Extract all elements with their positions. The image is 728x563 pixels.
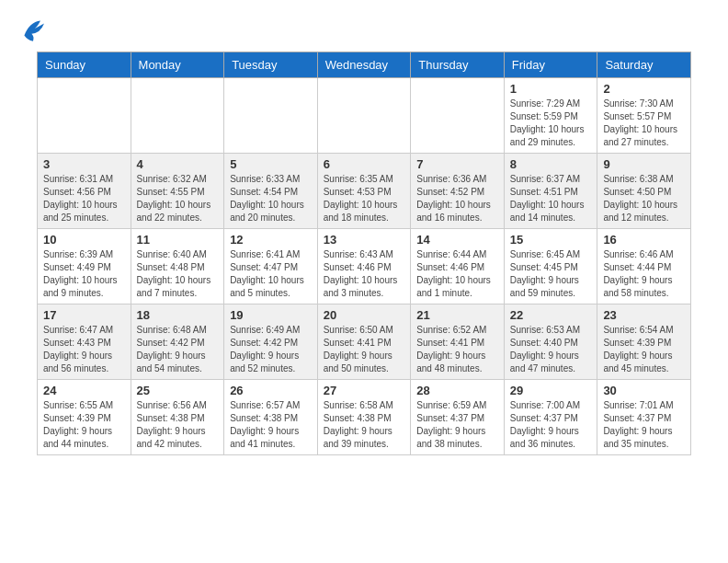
day-number: 5	[230, 157, 312, 171]
calendar-wrapper: Sunday Monday Tuesday Wednesday Thursday…	[0, 52, 728, 474]
calendar-cell: 18Sunrise: 6:48 AM Sunset: 4:42 PM Dayli…	[131, 304, 224, 380]
day-number: 14	[416, 233, 498, 247]
day-info: Sunrise: 6:37 AM Sunset: 4:51 PM Dayligh…	[510, 173, 592, 224]
calendar-cell: 1Sunrise: 7:29 AM Sunset: 5:59 PM Daylig…	[504, 78, 597, 154]
calendar-cell: 3Sunrise: 6:31 AM Sunset: 4:56 PM Daylig…	[38, 154, 131, 229]
calendar-cell: 24Sunrise: 6:55 AM Sunset: 4:39 PM Dayli…	[38, 380, 131, 455]
day-number: 19	[230, 308, 312, 322]
weekday-header-row: Sunday Monday Tuesday Wednesday Thursday…	[38, 52, 691, 78]
day-number: 22	[510, 308, 592, 322]
calendar-cell: 22Sunrise: 6:53 AM Sunset: 4:40 PM Dayli…	[504, 304, 597, 380]
day-number: 4	[137, 157, 219, 171]
day-info: Sunrise: 7:00 AM Sunset: 4:37 PM Dayligh…	[510, 399, 592, 451]
day-number: 18	[137, 308, 219, 322]
header-wednesday: Wednesday	[317, 52, 411, 78]
day-number: 8	[510, 157, 592, 171]
logo-bird-icon	[18, 15, 48, 44]
calendar-week-row: 3Sunrise: 6:31 AM Sunset: 4:56 PM Daylig…	[38, 154, 691, 229]
day-info: Sunrise: 6:33 AM Sunset: 4:54 PM Dayligh…	[230, 173, 312, 224]
day-info: Sunrise: 6:35 AM Sunset: 4:53 PM Dayligh…	[324, 173, 405, 224]
calendar-cell	[317, 78, 411, 154]
day-info: Sunrise: 6:40 AM Sunset: 4:48 PM Dayligh…	[137, 248, 219, 300]
calendar-cell: 27Sunrise: 6:58 AM Sunset: 4:38 PM Dayli…	[317, 380, 411, 455]
calendar-cell: 25Sunrise: 6:56 AM Sunset: 4:38 PM Dayli…	[131, 380, 224, 455]
day-number: 25	[137, 384, 219, 397]
day-info: Sunrise: 6:43 AM Sunset: 4:46 PM Dayligh…	[324, 248, 405, 300]
day-number: 10	[43, 233, 125, 247]
day-number: 12	[230, 233, 312, 247]
day-info: Sunrise: 7:29 AM Sunset: 5:59 PM Dayligh…	[510, 98, 592, 149]
calendar-cell: 11Sunrise: 6:40 AM Sunset: 4:48 PM Dayli…	[131, 229, 224, 304]
day-number: 13	[324, 233, 405, 247]
day-number: 17	[43, 308, 125, 322]
day-info: Sunrise: 6:47 AM Sunset: 4:43 PM Dayligh…	[43, 324, 125, 375]
calendar-cell: 16Sunrise: 6:46 AM Sunset: 4:44 PM Dayli…	[597, 229, 691, 304]
day-number: 27	[324, 384, 405, 397]
day-info: Sunrise: 6:49 AM Sunset: 4:42 PM Dayligh…	[230, 324, 312, 375]
calendar-cell: 30Sunrise: 7:01 AM Sunset: 4:37 PM Dayli…	[597, 380, 691, 455]
calendar-cell	[224, 78, 318, 154]
calendar-cell: 5Sunrise: 6:33 AM Sunset: 4:54 PM Daylig…	[224, 154, 318, 229]
calendar-cell	[411, 78, 505, 154]
day-info: Sunrise: 6:50 AM Sunset: 4:41 PM Dayligh…	[324, 324, 405, 375]
day-info: Sunrise: 6:36 AM Sunset: 4:52 PM Dayligh…	[416, 173, 498, 224]
calendar-cell: 7Sunrise: 6:36 AM Sunset: 4:52 PM Daylig…	[411, 154, 505, 229]
day-info: Sunrise: 6:31 AM Sunset: 4:56 PM Dayligh…	[43, 173, 125, 224]
calendar-cell	[131, 78, 224, 154]
day-number: 1	[510, 82, 592, 96]
day-number: 2	[603, 82, 685, 96]
day-number: 9	[603, 157, 685, 171]
calendar-cell: 20Sunrise: 6:50 AM Sunset: 4:41 PM Dayli…	[317, 304, 411, 380]
calendar-cell: 28Sunrise: 6:59 AM Sunset: 4:37 PM Dayli…	[411, 380, 505, 455]
calendar-cell: 2Sunrise: 7:30 AM Sunset: 5:57 PM Daylig…	[597, 78, 691, 154]
header-saturday: Saturday	[597, 52, 691, 78]
calendar-cell: 4Sunrise: 6:32 AM Sunset: 4:55 PM Daylig…	[131, 154, 224, 229]
day-info: Sunrise: 6:52 AM Sunset: 4:41 PM Dayligh…	[416, 324, 498, 375]
calendar-cell: 23Sunrise: 6:54 AM Sunset: 4:39 PM Dayli…	[597, 304, 691, 380]
day-info: Sunrise: 7:01 AM Sunset: 4:37 PM Dayligh…	[603, 399, 685, 451]
logo	[18, 15, 51, 44]
day-info: Sunrise: 6:46 AM Sunset: 4:44 PM Dayligh…	[603, 248, 685, 300]
day-info: Sunrise: 6:55 AM Sunset: 4:39 PM Dayligh…	[43, 399, 125, 451]
calendar-cell: 14Sunrise: 6:44 AM Sunset: 4:46 PM Dayli…	[411, 229, 505, 304]
day-info: Sunrise: 6:56 AM Sunset: 4:38 PM Dayligh…	[137, 399, 219, 451]
day-number: 23	[603, 308, 685, 322]
day-number: 28	[416, 384, 498, 397]
header-monday: Monday	[131, 52, 224, 78]
calendar-week-row: 1Sunrise: 7:29 AM Sunset: 5:59 PM Daylig…	[38, 78, 691, 154]
day-info: Sunrise: 6:59 AM Sunset: 4:37 PM Dayligh…	[416, 399, 498, 451]
day-info: Sunrise: 6:53 AM Sunset: 4:40 PM Dayligh…	[510, 324, 592, 375]
calendar-cell: 9Sunrise: 6:38 AM Sunset: 4:50 PM Daylig…	[597, 154, 691, 229]
calendar-cell: 29Sunrise: 7:00 AM Sunset: 4:37 PM Dayli…	[504, 380, 597, 455]
calendar-cell: 12Sunrise: 6:41 AM Sunset: 4:47 PM Dayli…	[224, 229, 318, 304]
calendar-cell: 17Sunrise: 6:47 AM Sunset: 4:43 PM Dayli…	[38, 304, 131, 380]
day-number: 16	[603, 233, 685, 247]
calendar-cell: 8Sunrise: 6:37 AM Sunset: 4:51 PM Daylig…	[504, 154, 597, 229]
header-tuesday: Tuesday	[224, 52, 318, 78]
day-number: 6	[324, 157, 405, 171]
calendar-week-row: 10Sunrise: 6:39 AM Sunset: 4:49 PM Dayli…	[38, 229, 691, 304]
day-number: 24	[43, 384, 125, 397]
day-number: 21	[416, 308, 498, 322]
day-number: 20	[324, 308, 405, 322]
calendar-cell: 10Sunrise: 6:39 AM Sunset: 4:49 PM Dayli…	[38, 229, 131, 304]
day-number: 7	[416, 157, 498, 171]
calendar-table: Sunday Monday Tuesday Wednesday Thursday…	[37, 52, 691, 455]
calendar-week-row: 17Sunrise: 6:47 AM Sunset: 4:43 PM Dayli…	[38, 304, 691, 380]
calendar-week-row: 24Sunrise: 6:55 AM Sunset: 4:39 PM Dayli…	[38, 380, 691, 455]
calendar-cell: 21Sunrise: 6:52 AM Sunset: 4:41 PM Dayli…	[411, 304, 505, 380]
calendar-cell: 26Sunrise: 6:57 AM Sunset: 4:38 PM Dayli…	[224, 380, 318, 455]
day-number: 15	[510, 233, 592, 247]
day-info: Sunrise: 6:44 AM Sunset: 4:46 PM Dayligh…	[416, 248, 498, 300]
header-friday: Friday	[504, 52, 597, 78]
day-number: 11	[137, 233, 219, 247]
day-info: Sunrise: 6:38 AM Sunset: 4:50 PM Dayligh…	[603, 173, 685, 224]
day-number: 26	[230, 384, 312, 397]
day-info: Sunrise: 6:48 AM Sunset: 4:42 PM Dayligh…	[137, 324, 219, 375]
page-header	[0, 0, 728, 52]
day-info: Sunrise: 6:32 AM Sunset: 4:55 PM Dayligh…	[137, 173, 219, 224]
calendar-body: 1Sunrise: 7:29 AM Sunset: 5:59 PM Daylig…	[38, 78, 691, 455]
day-info: Sunrise: 6:39 AM Sunset: 4:49 PM Dayligh…	[43, 248, 125, 300]
day-number: 3	[43, 157, 125, 171]
calendar-header: Sunday Monday Tuesday Wednesday Thursday…	[38, 52, 691, 78]
